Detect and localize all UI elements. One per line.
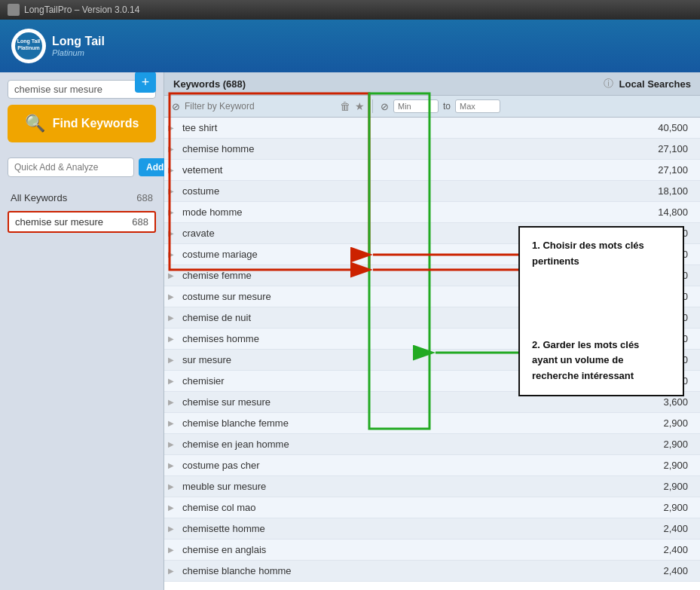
table-row[interactable]: ▶chemise homme27,100 [164,139,700,160]
table-row[interactable]: ▶chemisette homme2,400 [164,518,700,540]
row-keyword: chemisette homme [178,523,632,534]
filter-searches-icon: ⊘ [381,101,389,112]
row-expand-arrow-icon: ▶ [164,461,178,469]
row-searches: 2,400 [632,544,700,555]
row-searches: 2,400 [632,565,700,576]
row-keyword: chemise blanche homme [178,565,632,576]
table-row[interactable]: ▶meuble sur mesure2,900 [164,476,700,497]
row-expand-arrow-icon: ▶ [164,229,178,237]
row-searches: 27,100 [632,164,700,176]
to-label: to [443,101,451,112]
search-bar[interactable]: ▼ [8,80,156,99]
quick-add-row: Add [8,157,156,177]
all-keywords-label: All Keywords [11,192,67,203]
find-keywords-label: Find Keywords [53,117,139,130]
star-icon[interactable]: ★ [355,100,365,112]
row-searches: 2,900 [632,481,700,492]
logo-text: Long Tail Platinum [52,35,105,57]
table-row[interactable]: ▶chemise blanche femme2,900 [164,413,700,434]
annotation-2-label: 2. Garder les mots clés ayant un volume … [532,338,671,384]
delete-icon[interactable]: 🗑 [340,100,350,112]
row-keyword: chemise en jean homme [178,439,632,450]
row-expand-arrow-icon: ▶ [164,271,178,280]
row-keyword: chemise en anglais [178,544,632,555]
table-row[interactable]: ▶chemise blanche homme2,400 [164,561,700,582]
row-keyword: chemise blanche femme [178,417,632,429]
row-searches: 2,400 [632,523,700,534]
table-row[interactable]: ▶costume18,100 [164,181,700,202]
local-searches-label: Local Searches [619,78,691,90]
table-row[interactable]: ▶chemise en anglais2,400 [164,540,700,561]
table-row[interactable]: ▶chemise en jean homme2,900 [164,434,700,455]
header: Long Tail Platinum Long Tail Platinum [0,20,700,72]
row-searches: 14,800 [632,206,700,218]
local-searches-max-input[interactable] [455,99,500,113]
row-expand-arrow-icon: ▶ [164,124,178,132]
find-keywords-button[interactable]: 🔍 Find Keywords [8,105,156,142]
all-keywords-row: All Keywords 688 [8,188,156,208]
row-expand-arrow-icon: ▶ [164,208,178,216]
row-expand-arrow-icon: ▶ [164,440,178,448]
filter-keyword-icon: ⊘ [172,101,180,112]
row-searches: 18,100 [632,185,700,197]
titlebar: LongTailPro – Version 3.0.14 [0,0,700,20]
sidebar: ▼ + 🔍 Find Keywords Add All Keywords 688 [0,72,164,590]
row-keyword: chemise col mao [178,502,632,513]
row-expand-arrow-icon: ▶ [164,335,178,343]
row-expand-arrow-icon: ▶ [164,398,178,406]
logo-icon: Long Tail Platinum [11,29,46,63]
svg-text:Platinum: Platinum [17,45,40,50]
row-keyword: mode homme [178,206,632,218]
row-expand-arrow-icon: ▶ [164,419,178,427]
table-row[interactable]: ▶chemise col mao2,900 [164,497,700,518]
row-expand-arrow-icon: ▶ [164,546,178,554]
annotation-1-label: 1. Choisir des mots clés pertinents [532,238,671,270]
logo: Long Tail Platinum Long Tail Platinum [11,29,105,63]
quick-add-input[interactable] [8,157,134,177]
row-keyword: meuble sur mesure [178,481,632,492]
row-keyword: chemise homme [178,143,632,154]
row-searches: 27,100 [632,143,700,154]
filter-keyword-input[interactable] [185,101,335,112]
table-row[interactable]: ▶vetement27,100 [164,160,700,181]
row-searches: 40,500 [632,122,700,133]
add-keyword-button[interactable]: + [135,72,156,93]
annotation-box: 1. Choisir des mots clés pertinents 2. G… [518,226,684,396]
row-keyword: vetement [178,164,632,176]
row-expand-arrow-icon: ▶ [164,292,178,301]
row-expand-arrow-icon: ▶ [164,503,178,512]
row-keyword: costume [178,185,632,197]
info-icon: ⓘ [604,77,613,90]
row-expand-arrow-icon: ▶ [164,187,178,195]
search-input[interactable] [14,84,139,95]
svg-text:Long Tail: Long Tail [17,38,41,44]
row-expand-arrow-icon: ▶ [164,356,178,364]
row-searches: 2,900 [632,417,700,429]
keyword-list-item[interactable]: chemise sur mesure 688 [8,211,156,233]
row-expand-arrow-icon: ▶ [164,313,178,322]
table-row[interactable]: ▶mode homme14,800 [164,202,700,223]
row-searches: 2,900 [632,439,700,450]
table-header: Keywords (688) ⓘ Local Searches [164,72,700,96]
row-keyword: chemise sur mesure [178,396,632,408]
row-expand-arrow-icon: ▶ [164,250,178,258]
row-expand-arrow-icon: ▶ [164,524,178,533]
row-keyword: tee shirt [178,122,632,133]
row-expand-arrow-icon: ▶ [164,145,178,153]
app-icon [8,4,20,16]
row-expand-arrow-icon: ▶ [164,166,178,174]
plus-icon: + [142,75,150,90]
search-icon: 🔍 [25,114,45,133]
row-keyword: costume pas cher [178,460,632,471]
keywords-title: Keywords (688) [173,78,246,90]
local-searches-col: ⓘ Local Searches [604,77,691,90]
keyword-item-count: 688 [132,216,148,228]
filter-bar: ⊘ 🗑 ★ ⊘ to [164,96,700,118]
row-expand-arrow-icon: ▶ [164,567,178,575]
row-expand-arrow-icon: ▶ [164,377,178,385]
table-row[interactable]: ▶tee shirt40,500 [164,118,700,139]
keyword-item-label: chemise sur mesure [15,216,103,228]
app-title: LongTailPro – Version 3.0.14 [24,5,139,15]
table-row[interactable]: ▶costume pas cher2,900 [164,455,700,476]
local-searches-min-input[interactable] [393,99,439,113]
